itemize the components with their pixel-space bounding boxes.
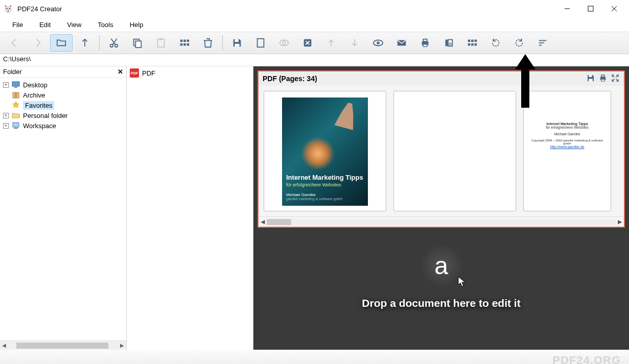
menu-view[interactable]: View: [60, 19, 88, 31]
svg-rect-39: [471, 40, 474, 42]
folder-tree: + Desktop Archive Favorites + Personal f…: [0, 78, 126, 341]
cover-subtitle: für erfolgreichere Websites: [286, 182, 364, 187]
pdf-header-label: PDF (Pages: 34): [263, 75, 317, 83]
menu-help[interactable]: Help: [123, 19, 151, 31]
tree-item-personal[interactable]: + Personal folder: [1, 110, 125, 120]
expand-icon[interactable]: +: [3, 123, 9, 129]
delete-button[interactable]: [197, 34, 219, 52]
svg-rect-54: [589, 79, 593, 81]
svg-rect-57: [601, 79, 604, 81]
svg-rect-44: [539, 40, 547, 41]
sort-button[interactable]: [531, 34, 554, 52]
tree-label: Desktop: [23, 81, 48, 89]
folder-button[interactable]: [50, 34, 73, 52]
merge-button[interactable]: [273, 34, 295, 52]
maximize-button[interactable]: [579, 0, 602, 17]
workspace-icon: [12, 122, 20, 130]
tree-label: Workspace: [23, 122, 56, 130]
drop-zone[interactable]: a Drop a document here to edit it: [253, 232, 629, 309]
svg-rect-14: [180, 40, 183, 42]
tree-item-archive[interactable]: Archive: [1, 90, 125, 100]
fax-button[interactable]: [437, 34, 460, 52]
page-thumb-2[interactable]: [393, 91, 516, 211]
move-down-button[interactable]: [343, 34, 366, 52]
svg-rect-36: [449, 44, 450, 45]
page-thumb-3[interactable]: Internet Marketing Tipps für erfolgreich…: [523, 91, 611, 211]
thumbnail-grid-button[interactable]: [461, 34, 483, 52]
print-button[interactable]: [414, 34, 436, 52]
rotate-left-button[interactable]: [484, 34, 507, 52]
pdf-document-panel: PDF (Pages: 34) Internet Marketing Tipps…: [258, 70, 625, 228]
remove-page-button[interactable]: [296, 34, 319, 52]
cover-title: Internet Marketing Tipps: [286, 174, 364, 181]
tree-label: Favorites: [23, 101, 54, 110]
toolbar: [0, 32, 629, 54]
svg-rect-42: [471, 43, 474, 46]
tree-item-workspace[interactable]: + Workspace: [1, 120, 125, 131]
close-folder-panel-button[interactable]: ✕: [118, 68, 123, 76]
svg-rect-19: [187, 43, 190, 46]
svg-rect-30: [423, 39, 427, 42]
rotate-right-button[interactable]: [508, 34, 530, 52]
desktop-icon: [12, 81, 20, 89]
svg-rect-53: [589, 75, 592, 77]
thumbnail-scrollbar[interactable]: ◀▶: [259, 216, 624, 227]
panel-print-button[interactable]: [598, 74, 608, 84]
cover-company: gandke marketing & software gmbh: [286, 197, 364, 201]
panel-save-button[interactable]: [586, 74, 595, 84]
expand-icon[interactable]: +: [3, 113, 9, 118]
paste-button[interactable]: [150, 34, 172, 52]
svg-rect-37: [451, 44, 452, 45]
archive-icon: [12, 91, 20, 99]
save-button[interactable]: [226, 34, 248, 52]
svg-rect-11: [135, 41, 141, 47]
forward-button[interactable]: [27, 34, 49, 52]
svg-rect-50: [15, 92, 17, 98]
file-item-pdf[interactable]: PDF PDF: [127, 66, 253, 80]
copy-button[interactable]: [126, 34, 149, 52]
path-text: C:\Users\: [3, 55, 31, 63]
svg-rect-17: [180, 43, 183, 46]
menu-edit[interactable]: Edit: [32, 19, 58, 31]
folder-scrollbar[interactable]: ◀▶: [0, 341, 126, 350]
menu-bar: File Edit View Tools Help: [0, 17, 629, 32]
tree-item-favorites[interactable]: Favorites: [1, 100, 125, 110]
svg-rect-15: [183, 40, 186, 42]
path-bar[interactable]: C:\Users\: [0, 54, 629, 66]
page-thumbnails: Internet Marketing Tipps für erfolgreich…: [259, 86, 624, 216]
grid-view-button[interactable]: [173, 34, 196, 52]
svg-point-3: [7, 10, 9, 11]
title-bar: PDF24 Creator: [0, 0, 629, 17]
watermark: PDF24.ORG: [552, 354, 621, 364]
move-up-button[interactable]: [320, 34, 342, 52]
email-button[interactable]: [390, 34, 413, 52]
panel-fullscreen-button[interactable]: [611, 74, 620, 84]
file-name: PDF: [142, 69, 155, 77]
up-button[interactable]: [74, 34, 96, 52]
minimize-button[interactable]: [555, 0, 579, 17]
svg-rect-52: [14, 128, 18, 129]
svg-rect-18: [183, 43, 186, 46]
new-page-button[interactable]: [249, 34, 272, 52]
svg-rect-5: [588, 6, 593, 11]
expand-icon[interactable]: +: [3, 82, 9, 88]
preview-button[interactable]: [367, 34, 389, 52]
close-button[interactable]: [602, 0, 626, 17]
svg-rect-41: [468, 43, 471, 46]
svg-rect-32: [446, 40, 448, 46]
menu-file[interactable]: File: [5, 19, 30, 31]
tree-item-desktop[interactable]: + Desktop: [1, 80, 125, 90]
svg-rect-47: [12, 82, 19, 86]
back-button[interactable]: [3, 34, 26, 52]
page-thumb-1[interactable]: Internet Marketing Tipps für erfolgreich…: [264, 91, 386, 211]
app-icon: [3, 4, 13, 14]
cover-author: Michael Gandke: [286, 192, 364, 197]
favorites-icon: [12, 101, 20, 109]
cut-button[interactable]: [103, 34, 125, 52]
tree-label: Personal folder: [23, 112, 67, 119]
svg-rect-48: [14, 87, 17, 88]
svg-rect-56: [601, 75, 604, 77]
menu-tools[interactable]: Tools: [90, 19, 120, 31]
svg-rect-20: [235, 39, 238, 42]
tree-label: Archive: [23, 91, 45, 99]
